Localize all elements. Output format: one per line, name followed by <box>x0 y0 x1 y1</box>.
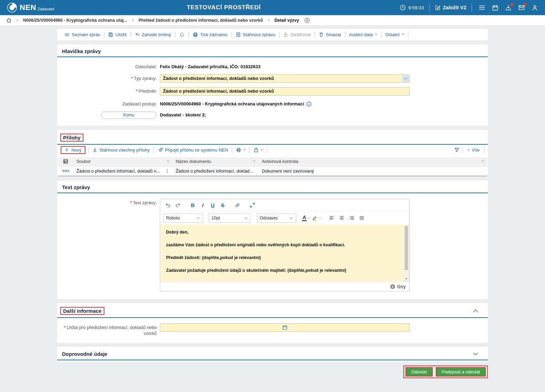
section-title: Přílohy <box>63 135 81 141</box>
zadavaci-postup-value: N006/25/V00004960 - Kryptografická ochra… <box>160 101 304 106</box>
column-header-soubor[interactable]: Soubor ▽ <box>73 159 173 164</box>
link-button[interactable] <box>233 200 242 210</box>
smazat-button[interactable]: Smazat <box>315 32 345 37</box>
calendar-icon <box>492 4 498 11</box>
breadcrumb-item-current: Detail výzvy <box>274 18 299 23</box>
font-family-select[interactable]: Roboto <box>163 214 203 223</box>
column-header-antivir[interactable]: Antivirová kontrola ▽ <box>259 159 487 164</box>
typ-zpravy-dropdown-button[interactable] <box>402 75 409 82</box>
font-size-select[interactable]: 10pt <box>209 214 251 223</box>
editor-toolbar-row2: Roboto 10pt Odstavec <box>160 212 409 225</box>
vse-filter-button[interactable]: ▽ Vše <box>466 147 481 153</box>
block-format-select[interactable]: Odstavec <box>257 214 296 223</box>
scrollbar-thumb[interactable] <box>405 226 408 270</box>
home-button[interactable] <box>6 18 12 23</box>
table-row[interactable]: Žádost o předložení informací, dokladů n… <box>58 166 487 176</box>
highlight-color-button[interactable] <box>312 214 321 223</box>
tiny-logo-icon: t <box>390 284 395 289</box>
print-attachments-button[interactable]: ▽ <box>232 147 249 153</box>
row-actions-button[interactable] <box>58 169 73 173</box>
predmet-label: Předmět: <box>138 89 157 94</box>
novy-button[interactable]: Nový <box>63 147 83 153</box>
podepsat-a-odeslat-button[interactable]: Podepsat a odeslat <box>436 367 486 376</box>
calendar-icon <box>282 325 287 330</box>
align-justify-button[interactable] <box>357 214 366 223</box>
typ-zpravy-input[interactable] <box>160 74 410 83</box>
align-center-button[interactable] <box>337 214 346 223</box>
expand-section-button[interactable] <box>472 351 483 357</box>
section-text-zpravy: Text zprávy *Text zprávy: B I U S <box>57 180 488 299</box>
text-color-button[interactable]: A <box>302 214 311 223</box>
stahnout-vsechny-label: Stáhnout všechny přílohy <box>100 147 150 153</box>
brand-name: NEN <box>20 3 36 12</box>
collapse-section-button[interactable] <box>472 308 483 314</box>
dots-icon <box>62 169 70 173</box>
date-picker-button[interactable] <box>282 325 287 330</box>
komu-button[interactable]: Komu <box>101 112 157 119</box>
odesilatel-label: Odesílatel: <box>57 63 157 70</box>
redo-button[interactable] <box>173 200 183 210</box>
align-center-icon <box>339 215 345 221</box>
tisk-zaznamu-button[interactable]: Tisk záznamu <box>189 32 232 38</box>
column-header-nazev[interactable]: Název dokumentu ▽ <box>173 159 259 164</box>
annotation-highlight: Další informace <box>60 307 104 315</box>
redo-icon <box>175 202 181 208</box>
novy-label: Nový <box>71 147 82 153</box>
ulozit-button[interactable]: Uložit <box>104 32 131 37</box>
predmet-input[interactable] <box>160 87 410 95</box>
breadcrumb-item-overview[interactable]: Přehled žádostí o předložení informací, … <box>138 18 263 23</box>
paperclip-icon <box>158 147 163 153</box>
ostatni-label: Ostatní <box>385 32 400 37</box>
bold-button[interactable]: B <box>188 200 197 210</box>
downloads-button[interactable] <box>505 4 512 11</box>
session-timer: 9:59:33 <box>400 4 424 11</box>
field-komu: Komu Dodavatel - školení 3; <box>57 112 488 119</box>
seznam-zprav-button[interactable]: Seznam zpráv <box>61 32 104 37</box>
info-button[interactable] <box>306 101 312 107</box>
underline-button[interactable]: U <box>208 200 217 210</box>
align-right-button[interactable] <box>347 214 356 223</box>
italic-button[interactable]: I <box>198 200 207 210</box>
pripojit-prilohu-label: Připojit přílohu ze systému NEN <box>165 147 228 153</box>
table-header: Soubor ▽ Název dokumentu ▽ Antivirová ko… <box>58 157 487 166</box>
stahnout-vsechny-button[interactable]: Stáhnout všechny přílohy <box>89 147 154 153</box>
editor-content[interactable]: Dobrý den, zasíláme Vám žádost o předlož… <box>160 225 409 282</box>
strikethrough-button[interactable]: S <box>218 200 227 210</box>
zahodit-zmeny-button[interactable]: Zahodit změny <box>131 32 175 37</box>
header-actions: 9:59:33 Založit VZ <box>400 3 538 12</box>
field-lhuta: *Lhůta pro předložení informací, dokladů… <box>57 323 488 337</box>
calendar-button[interactable] <box>492 4 498 11</box>
pripojit-prilohu-button[interactable]: Připojit přílohu ze systému NEN <box>154 147 232 153</box>
chevron-down-icon <box>196 216 200 220</box>
scrollbar[interactable]: ▼ <box>404 225 409 281</box>
filter-button[interactable] <box>454 147 460 153</box>
kebab-menu-icon[interactable]: ⋮ <box>165 168 169 174</box>
close-tab-button[interactable] <box>304 18 310 23</box>
brand-subtitle: Zadavatel <box>38 7 54 11</box>
menu-button[interactable] <box>479 4 485 11</box>
messages-button[interactable] <box>518 4 525 11</box>
divider <box>472 3 472 12</box>
scroll-down-icon[interactable]: ▼ <box>404 277 408 280</box>
zalozit-vz-button[interactable]: Založit VZ <box>435 5 466 11</box>
fullscreen-button[interactable] <box>248 200 257 210</box>
column-settings-button[interactable] <box>58 158 73 164</box>
breadcrumb-item-procedure[interactable]: N006/25/V00004960 - Kryptografická ochra… <box>23 18 127 23</box>
user-button[interactable] <box>532 4 538 11</box>
odeslat-button[interactable]: Odeslat <box>405 367 433 376</box>
editor-footer: t tiny <box>160 282 409 291</box>
undo-button[interactable] <box>163 200 173 210</box>
annotation-highlight: Nový <box>61 146 85 154</box>
zadavaci-postup-label: Zadávací postup: <box>57 100 157 107</box>
divider <box>267 147 267 153</box>
export-attachments-button[interactable]: ▽ <box>250 147 267 153</box>
info-icon <box>306 101 312 107</box>
notifications-button[interactable] <box>175 32 188 38</box>
nen-home-link[interactable]: NEN Zadavatel <box>7 2 54 13</box>
page-content: Seznam zpráv Uložit Zahodit změny Tisk z… <box>0 26 545 378</box>
ostatni-button[interactable]: Ostatní ▽ <box>381 32 408 37</box>
align-left-button[interactable] <box>327 214 336 223</box>
breadcrumb-separator: > <box>16 18 19 23</box>
stahnout-zpravu-button[interactable]: Stáhnout zprávu <box>232 32 279 37</box>
auditni-data-button[interactable]: Auditní data ▽ <box>345 32 381 37</box>
